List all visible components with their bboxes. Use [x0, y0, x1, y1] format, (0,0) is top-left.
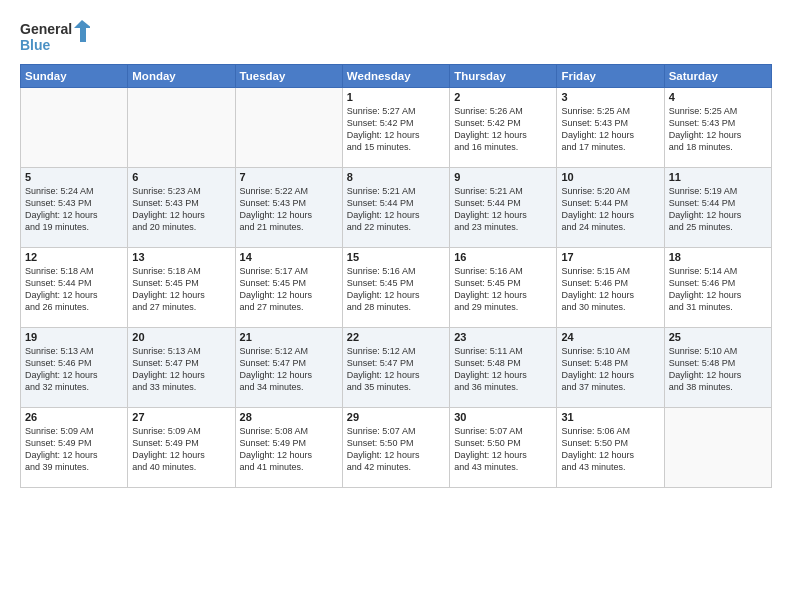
calendar-cell: 20Sunrise: 5:13 AMSunset: 5:47 PMDayligh… — [128, 328, 235, 408]
calendar-cell — [21, 88, 128, 168]
day-number: 28 — [240, 411, 338, 423]
day-number: 31 — [561, 411, 659, 423]
calendar-cell: 23Sunrise: 5:11 AMSunset: 5:48 PMDayligh… — [450, 328, 557, 408]
day-info: Sunrise: 5:07 AMSunset: 5:50 PMDaylight:… — [454, 425, 552, 474]
day-number: 7 — [240, 171, 338, 183]
day-info: Sunrise: 5:14 AMSunset: 5:46 PMDaylight:… — [669, 265, 767, 314]
calendar-cell: 16Sunrise: 5:16 AMSunset: 5:45 PMDayligh… — [450, 248, 557, 328]
day-info: Sunrise: 5:09 AMSunset: 5:49 PMDaylight:… — [25, 425, 123, 474]
day-info: Sunrise: 5:15 AMSunset: 5:46 PMDaylight:… — [561, 265, 659, 314]
day-info: Sunrise: 5:06 AMSunset: 5:50 PMDaylight:… — [561, 425, 659, 474]
calendar-cell: 18Sunrise: 5:14 AMSunset: 5:46 PMDayligh… — [664, 248, 771, 328]
calendar-cell: 11Sunrise: 5:19 AMSunset: 5:44 PMDayligh… — [664, 168, 771, 248]
calendar-table: SundayMondayTuesdayWednesdayThursdayFrid… — [20, 64, 772, 488]
weekday-header-row: SundayMondayTuesdayWednesdayThursdayFrid… — [21, 65, 772, 88]
calendar-cell: 14Sunrise: 5:17 AMSunset: 5:45 PMDayligh… — [235, 248, 342, 328]
weekday-header-monday: Monday — [128, 65, 235, 88]
day-info: Sunrise: 5:11 AMSunset: 5:48 PMDaylight:… — [454, 345, 552, 394]
day-info: Sunrise: 5:10 AMSunset: 5:48 PMDaylight:… — [669, 345, 767, 394]
day-number: 15 — [347, 251, 445, 263]
day-number: 17 — [561, 251, 659, 263]
day-info: Sunrise: 5:13 AMSunset: 5:47 PMDaylight:… — [132, 345, 230, 394]
day-info: Sunrise: 5:13 AMSunset: 5:46 PMDaylight:… — [25, 345, 123, 394]
calendar-cell: 8Sunrise: 5:21 AMSunset: 5:44 PMDaylight… — [342, 168, 449, 248]
svg-marker-2 — [74, 20, 90, 42]
day-info: Sunrise: 5:22 AMSunset: 5:43 PMDaylight:… — [240, 185, 338, 234]
weekday-header-friday: Friday — [557, 65, 664, 88]
calendar-cell: 9Sunrise: 5:21 AMSunset: 5:44 PMDaylight… — [450, 168, 557, 248]
calendar-cell: 2Sunrise: 5:26 AMSunset: 5:42 PMDaylight… — [450, 88, 557, 168]
day-number: 16 — [454, 251, 552, 263]
calendar-cell: 25Sunrise: 5:10 AMSunset: 5:48 PMDayligh… — [664, 328, 771, 408]
day-number: 10 — [561, 171, 659, 183]
calendar-cell: 6Sunrise: 5:23 AMSunset: 5:43 PMDaylight… — [128, 168, 235, 248]
weekday-header-thursday: Thursday — [450, 65, 557, 88]
day-number: 3 — [561, 91, 659, 103]
day-number: 9 — [454, 171, 552, 183]
day-number: 14 — [240, 251, 338, 263]
day-info: Sunrise: 5:09 AMSunset: 5:49 PMDaylight:… — [132, 425, 230, 474]
day-info: Sunrise: 5:24 AMSunset: 5:43 PMDaylight:… — [25, 185, 123, 234]
calendar-cell: 30Sunrise: 5:07 AMSunset: 5:50 PMDayligh… — [450, 408, 557, 488]
calendar-cell: 24Sunrise: 5:10 AMSunset: 5:48 PMDayligh… — [557, 328, 664, 408]
calendar-cell: 28Sunrise: 5:08 AMSunset: 5:49 PMDayligh… — [235, 408, 342, 488]
day-info: Sunrise: 5:25 AMSunset: 5:43 PMDaylight:… — [561, 105, 659, 154]
day-number: 30 — [454, 411, 552, 423]
calendar-cell: 31Sunrise: 5:06 AMSunset: 5:50 PMDayligh… — [557, 408, 664, 488]
svg-text:General: General — [20, 21, 72, 37]
day-info: Sunrise: 5:27 AMSunset: 5:42 PMDaylight:… — [347, 105, 445, 154]
calendar-cell: 19Sunrise: 5:13 AMSunset: 5:46 PMDayligh… — [21, 328, 128, 408]
calendar-cell: 15Sunrise: 5:16 AMSunset: 5:45 PMDayligh… — [342, 248, 449, 328]
day-number: 24 — [561, 331, 659, 343]
day-info: Sunrise: 5:07 AMSunset: 5:50 PMDaylight:… — [347, 425, 445, 474]
header: General Blue — [20, 18, 772, 56]
day-info: Sunrise: 5:08 AMSunset: 5:49 PMDaylight:… — [240, 425, 338, 474]
day-info: Sunrise: 5:19 AMSunset: 5:44 PMDaylight:… — [669, 185, 767, 234]
day-number: 12 — [25, 251, 123, 263]
calendar-cell: 29Sunrise: 5:07 AMSunset: 5:50 PMDayligh… — [342, 408, 449, 488]
day-number: 22 — [347, 331, 445, 343]
calendar-cell: 13Sunrise: 5:18 AMSunset: 5:45 PMDayligh… — [128, 248, 235, 328]
day-number: 1 — [347, 91, 445, 103]
week-row-2: 5Sunrise: 5:24 AMSunset: 5:43 PMDaylight… — [21, 168, 772, 248]
week-row-5: 26Sunrise: 5:09 AMSunset: 5:49 PMDayligh… — [21, 408, 772, 488]
weekday-header-saturday: Saturday — [664, 65, 771, 88]
calendar-cell: 22Sunrise: 5:12 AMSunset: 5:47 PMDayligh… — [342, 328, 449, 408]
week-row-4: 19Sunrise: 5:13 AMSunset: 5:46 PMDayligh… — [21, 328, 772, 408]
page: General Blue SundayMondayTuesdayWednesda… — [0, 0, 792, 612]
day-number: 18 — [669, 251, 767, 263]
day-info: Sunrise: 5:26 AMSunset: 5:42 PMDaylight:… — [454, 105, 552, 154]
day-info: Sunrise: 5:17 AMSunset: 5:45 PMDaylight:… — [240, 265, 338, 314]
day-number: 23 — [454, 331, 552, 343]
day-number: 5 — [25, 171, 123, 183]
calendar-cell: 10Sunrise: 5:20 AMSunset: 5:44 PMDayligh… — [557, 168, 664, 248]
day-number: 27 — [132, 411, 230, 423]
calendar-cell: 3Sunrise: 5:25 AMSunset: 5:43 PMDaylight… — [557, 88, 664, 168]
day-number: 29 — [347, 411, 445, 423]
day-info: Sunrise: 5:18 AMSunset: 5:45 PMDaylight:… — [132, 265, 230, 314]
weekday-header-sunday: Sunday — [21, 65, 128, 88]
day-info: Sunrise: 5:16 AMSunset: 5:45 PMDaylight:… — [347, 265, 445, 314]
logo-icon: General Blue — [20, 18, 90, 56]
calendar-cell: 12Sunrise: 5:18 AMSunset: 5:44 PMDayligh… — [21, 248, 128, 328]
day-number: 11 — [669, 171, 767, 183]
day-info: Sunrise: 5:10 AMSunset: 5:48 PMDaylight:… — [561, 345, 659, 394]
day-info: Sunrise: 5:20 AMSunset: 5:44 PMDaylight:… — [561, 185, 659, 234]
calendar-cell: 7Sunrise: 5:22 AMSunset: 5:43 PMDaylight… — [235, 168, 342, 248]
day-number: 25 — [669, 331, 767, 343]
day-info: Sunrise: 5:25 AMSunset: 5:43 PMDaylight:… — [669, 105, 767, 154]
calendar-cell: 1Sunrise: 5:27 AMSunset: 5:42 PMDaylight… — [342, 88, 449, 168]
calendar-cell: 27Sunrise: 5:09 AMSunset: 5:49 PMDayligh… — [128, 408, 235, 488]
day-info: Sunrise: 5:21 AMSunset: 5:44 PMDaylight:… — [347, 185, 445, 234]
calendar-cell — [664, 408, 771, 488]
day-number: 8 — [347, 171, 445, 183]
day-info: Sunrise: 5:16 AMSunset: 5:45 PMDaylight:… — [454, 265, 552, 314]
calendar-cell — [235, 88, 342, 168]
svg-text:Blue: Blue — [20, 37, 51, 53]
logo: General Blue — [20, 18, 90, 56]
day-number: 21 — [240, 331, 338, 343]
day-number: 6 — [132, 171, 230, 183]
day-info: Sunrise: 5:12 AMSunset: 5:47 PMDaylight:… — [347, 345, 445, 394]
day-info: Sunrise: 5:21 AMSunset: 5:44 PMDaylight:… — [454, 185, 552, 234]
calendar-cell: 21Sunrise: 5:12 AMSunset: 5:47 PMDayligh… — [235, 328, 342, 408]
